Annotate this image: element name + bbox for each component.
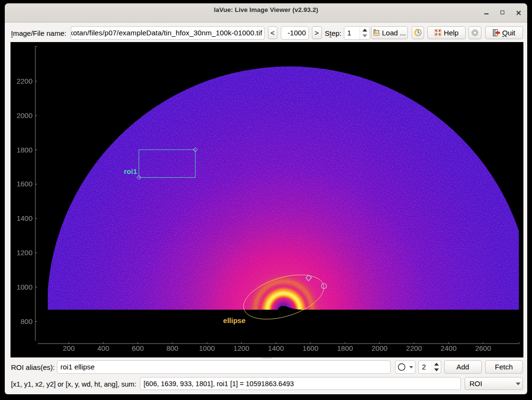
- svg-text:1400: 1400: [268, 344, 284, 352]
- svg-text:800: 800: [166, 344, 178, 352]
- svg-text:2200: 2200: [17, 77, 32, 85]
- svg-text:600: 600: [132, 344, 144, 352]
- svg-text:1600: 1600: [17, 180, 32, 188]
- svg-text:2600: 2600: [475, 344, 491, 352]
- svg-text:200: 200: [63, 344, 74, 352]
- svg-text:1000: 1000: [199, 344, 215, 352]
- svg-text:2200: 2200: [406, 344, 422, 352]
- svg-text:800: 800: [21, 317, 32, 325]
- svg-text:1600: 1600: [302, 344, 318, 352]
- svg-text:roi1: roi1: [124, 167, 137, 175]
- svg-text:1200: 1200: [17, 249, 32, 257]
- svg-text:1800: 1800: [337, 344, 353, 352]
- svg-text:1800: 1800: [17, 146, 32, 154]
- svg-text:2000: 2000: [372, 344, 387, 352]
- svg-text:2000: 2000: [17, 111, 32, 119]
- svg-text:ellipse: ellipse: [223, 316, 245, 324]
- svg-text:1200: 1200: [234, 344, 249, 352]
- svg-text:1400: 1400: [17, 214, 32, 222]
- svg-text:400: 400: [97, 344, 109, 352]
- svg-text:1000: 1000: [17, 283, 32, 291]
- svg-text:2400: 2400: [441, 344, 457, 352]
